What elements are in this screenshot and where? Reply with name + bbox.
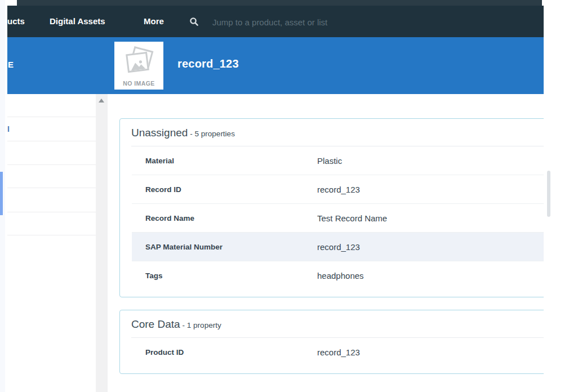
property-value[interactable]: record_123 (317, 185, 544, 194)
header-text-fragment: E (8, 60, 14, 69)
property-row[interactable]: SAP Material Numberrecord_123 (132, 233, 544, 261)
right-scrollbar-fragment[interactable] (547, 171, 550, 217)
property-row[interactable]: MaterialPlastic (132, 146, 544, 175)
card-subtitle: - 5 properties (190, 130, 235, 138)
sidebar-item[interactable] (7, 212, 96, 235)
property-cards: Unassigned- 5 propertiesMaterialPlasticR… (119, 118, 544, 374)
sidebar-item[interactable] (7, 141, 96, 165)
property-row[interactable]: Product IDrecord_123 (132, 338, 544, 366)
property-label: SAP Material Number (145, 243, 317, 251)
property-value[interactable]: Plastic (317, 156, 544, 166)
no-image-label: NO IMAGE (114, 80, 163, 87)
property-label: Material (145, 157, 317, 165)
photo-stack-icon (126, 48, 152, 73)
left-scrollbar-fragment[interactable] (0, 172, 3, 215)
scrollbar-up-arrow-icon[interactable] (99, 99, 104, 103)
sidebar-item[interactable] (7, 188, 96, 212)
property-group-card: Unassigned- 5 propertiesMaterialPlasticR… (119, 118, 544, 297)
sidebar-item[interactable] (7, 165, 96, 188)
sidebar-item[interactable] (7, 117, 96, 141)
sidebar-item-text-fragment: I (7, 124, 10, 133)
no-image-placeholder[interactable]: NO IMAGE (114, 42, 163, 90)
mountain-photo-icon (130, 59, 146, 70)
record-title: record_123 (177, 57, 239, 70)
property-label: Product ID (145, 348, 317, 357)
screen: ucts Digital Assets More E (0, 0, 569, 392)
nav-item-digital-assets[interactable]: Digital Assets (50, 6, 105, 37)
property-row[interactable]: Record NameTest Record Name (132, 204, 544, 233)
property-group-card: Core Data- 1 propertyProduct IDrecord_12… (119, 310, 544, 374)
card-title: Core Data (131, 318, 180, 330)
search-icon (189, 17, 199, 26)
property-value[interactable]: Test Record Name (317, 213, 544, 223)
property-label: Record Name (145, 214, 317, 222)
card-header: Core Data- 1 property (120, 310, 544, 337)
nav-item-more[interactable]: More (144, 6, 164, 37)
property-row[interactable]: Tagsheadphones (132, 261, 544, 289)
app-window: ucts Digital Assets More E (7, 0, 544, 392)
card-subtitle: - 1 property (183, 321, 221, 329)
property-value[interactable]: headphones (317, 271, 544, 280)
property-value[interactable]: record_123 (317, 242, 544, 252)
card-title: Unassigned (131, 127, 188, 139)
sidebar-list: I (7, 94, 96, 392)
property-label: Tags (145, 271, 317, 280)
sidebar-scrollbar[interactable] (96, 94, 108, 392)
card-header: Unassigned- 5 properties (120, 119, 544, 146)
content-area: I Unassigned- 5 propertiesMaterialPlasti… (7, 94, 544, 392)
top-nav: ucts Digital Assets More (7, 6, 544, 37)
property-value[interactable]: record_123 (317, 348, 544, 357)
record-header: E NO IMAGE record_123 (7, 37, 544, 94)
nav-item-products-fragment[interactable]: ucts (7, 6, 25, 37)
property-label: Record ID (145, 185, 317, 194)
sidebar-item[interactable] (7, 94, 96, 117)
property-row[interactable]: Record IDrecord_123 (132, 175, 544, 204)
search-input[interactable] (211, 14, 394, 30)
